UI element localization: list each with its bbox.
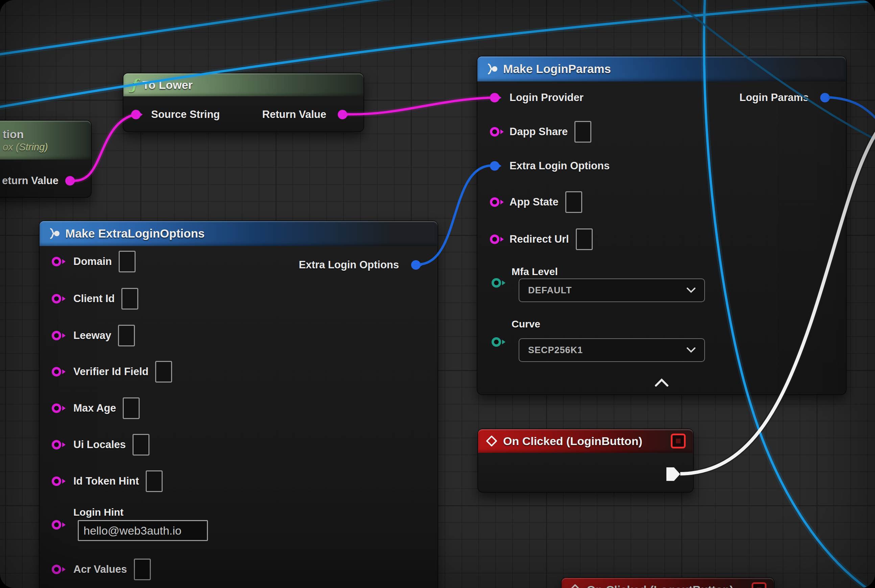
blueprint-graph-canvas[interactable]: tion ox (String) eturn Value ƒ To Lower … (0, 0, 875, 588)
exec-output-pin[interactable] (666, 466, 681, 483)
id-token-hint-pin[interactable] (52, 477, 61, 486)
node-make-login-params[interactable]: Make LoginParams Login Provider Login Pa… (477, 56, 846, 395)
verifier-id-field-value-box[interactable] (155, 361, 172, 382)
delegate-output-pin[interactable] (752, 582, 767, 588)
leeway-row: Leeway (39, 326, 135, 346)
domain-pin[interactable] (52, 257, 61, 266)
on-clicked-login-header[interactable]: On Clicked (LoginButton) (478, 429, 693, 453)
domain-row: Domain (39, 251, 135, 272)
make-struct-icon (485, 63, 498, 75)
delegate-output-pin[interactable] (671, 434, 686, 448)
dapp-share-row: Dapp Share (477, 122, 591, 142)
max-age-value-box[interactable] (123, 398, 140, 419)
redirect-url-pin[interactable] (490, 234, 499, 244)
event-diamond-icon (486, 435, 498, 447)
mfa-level-pin[interactable] (492, 278, 501, 288)
mfa-level-label: Mfa Level (511, 266, 558, 278)
event-diamond-icon (569, 584, 581, 588)
verifier-id-field-row: Verifier Id Field (39, 362, 172, 382)
on-clicked-logout-title: On Clicked (LogoutButton) (586, 583, 733, 588)
login-hint-group: Login Hint (39, 503, 438, 547)
max-age-row: Max Age (39, 398, 140, 418)
extra-login-options-output-row: Extra Login Options (299, 255, 438, 275)
leeway-value-box[interactable] (118, 325, 135, 346)
extra-login-options-input-row: Extra Login Options (477, 156, 610, 176)
login-provider-pin[interactable] (490, 93, 499, 102)
node-partial-subtitle: ox (String) (3, 142, 48, 153)
leeway-pin[interactable] (52, 331, 61, 340)
dapp-share-pin[interactable] (490, 127, 499, 136)
client-id-value-box[interactable] (121, 288, 138, 309)
login-hint-label: Login Hint (74, 507, 123, 518)
on-clicked-logout-header[interactable]: On Clicked (LogoutButton) (562, 578, 774, 588)
make-login-params-title: Make LoginParams (503, 62, 611, 76)
node-partial-gettext[interactable]: tion ox (String) eturn Value (0, 120, 92, 198)
client-id-row: Client Id (39, 289, 138, 309)
to-lower-header[interactable]: ƒ To Lower (123, 74, 364, 96)
source-string-row: Source String (123, 104, 220, 125)
mfa-level-dropdown[interactable]: DEFAULT (519, 279, 705, 302)
chevron-down-icon (687, 347, 696, 353)
app-state-pin[interactable] (490, 197, 499, 207)
acr-values-row: Acr Values (39, 559, 151, 579)
redirect-url-value-box[interactable] (576, 228, 593, 250)
to-lower-return-pin[interactable] (338, 110, 347, 119)
node-partial-header[interactable]: tion ox (String) (0, 121, 91, 159)
curve-dropdown[interactable]: SECP256K1 (519, 338, 705, 362)
make-extra-login-options-title: Make ExtraLoginOptions (65, 227, 204, 240)
curve-label: Curve (511, 318, 540, 330)
domain-value-box[interactable] (119, 251, 135, 272)
app-state-row: App State (477, 192, 582, 212)
extra-login-options-output-pin[interactable] (411, 260, 421, 270)
id-token-hint-value-box[interactable] (146, 470, 162, 492)
extra-login-options-input-pin[interactable] (490, 161, 499, 171)
redirect-url-row: Redirect Url (477, 229, 593, 249)
login-provider-row: Login Provider (477, 87, 583, 108)
dapp-share-value-box[interactable] (574, 121, 591, 142)
make-extra-login-options-header[interactable]: Make ExtraLoginOptions (39, 221, 438, 246)
acr-values-value-box[interactable] (134, 559, 151, 580)
id-token-hint-row: Id Token Hint (39, 471, 162, 491)
node-partial-title: tion (3, 128, 24, 141)
node-on-clicked-login-button[interactable]: On Clicked (LoginButton) (477, 429, 694, 493)
verifier-id-field-pin[interactable] (52, 367, 61, 376)
acr-values-pin[interactable] (52, 565, 61, 574)
node-on-clicked-logout-button[interactable]: On Clicked (LogoutButton) (561, 577, 774, 588)
max-age-pin[interactable] (52, 404, 61, 413)
node-make-extra-login-options[interactable]: Make ExtraLoginOptions Domain Extra Logi… (39, 220, 438, 588)
on-clicked-login-title: On Clicked (LoginButton) (503, 435, 642, 448)
ui-locales-value-box[interactable] (132, 434, 149, 456)
client-id-pin[interactable] (52, 294, 61, 303)
app-state-value-box[interactable] (565, 191, 582, 213)
chevron-down-icon (687, 288, 696, 293)
login-hint-pin[interactable] (52, 520, 61, 530)
curve-pin[interactable] (492, 337, 501, 347)
login-params-pin[interactable] (820, 93, 830, 102)
ui-locales-pin[interactable] (52, 440, 61, 450)
make-struct-icon (47, 227, 60, 240)
ui-locales-row: Ui Locales (39, 435, 149, 455)
collapse-node-button[interactable] (654, 378, 669, 388)
login-hint-input[interactable] (78, 520, 208, 541)
make-login-params-header[interactable]: Make LoginParams (477, 56, 846, 81)
